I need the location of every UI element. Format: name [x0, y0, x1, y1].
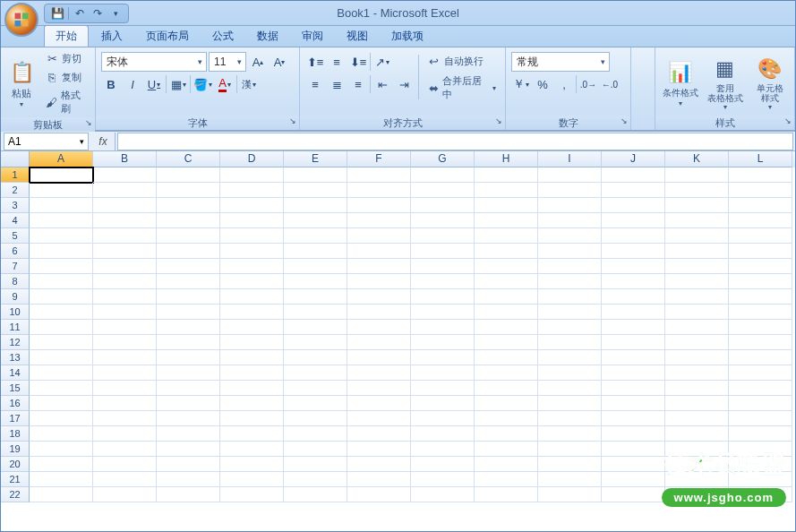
tab-view[interactable]: 视图 — [336, 26, 379, 47]
cell[interactable] — [284, 228, 347, 244]
font-color-button[interactable]: A — [215, 74, 235, 94]
cell[interactable] — [347, 442, 411, 457]
cell[interactable] — [157, 289, 220, 305]
column-header[interactable]: K — [665, 151, 729, 167]
cell[interactable] — [220, 381, 284, 396]
cell[interactable] — [30, 426, 93, 442]
cell[interactable] — [220, 183, 284, 198]
decrease-decimal-button[interactable]: ←.0 — [600, 74, 620, 94]
cell[interactable] — [665, 244, 729, 259]
cell[interactable] — [729, 183, 792, 198]
cell[interactable] — [665, 289, 729, 305]
column-header[interactable]: G — [411, 151, 475, 167]
cell[interactable] — [538, 305, 602, 320]
row-header[interactable]: 1 — [1, 167, 30, 183]
cell[interactable] — [665, 426, 729, 442]
cell[interactable] — [93, 167, 157, 183]
cell[interactable] — [220, 442, 284, 457]
cell[interactable] — [665, 305, 729, 320]
cell[interactable] — [475, 244, 538, 259]
comma-style-button[interactable]: , — [554, 74, 574, 94]
cell[interactable] — [347, 228, 411, 244]
cell[interactable] — [411, 472, 475, 487]
cell[interactable] — [729, 167, 792, 183]
cell[interactable] — [347, 396, 411, 411]
cell[interactable] — [475, 426, 538, 442]
column-header[interactable]: B — [93, 151, 157, 167]
cell[interactable] — [93, 350, 157, 365]
cell[interactable] — [220, 259, 284, 274]
cell[interactable] — [284, 213, 347, 228]
cell[interactable] — [411, 381, 475, 396]
accounting-format-button[interactable]: ￥ — [511, 74, 531, 94]
row-header[interactable]: 3 — [1, 198, 30, 213]
cell[interactable] — [411, 198, 475, 213]
italic-button[interactable]: I — [123, 74, 142, 94]
cell[interactable] — [538, 274, 602, 289]
cell[interactable] — [475, 365, 538, 381]
align-bottom-button[interactable]: ⬇≡ — [348, 52, 368, 72]
cell[interactable] — [538, 487, 602, 502]
cell[interactable] — [30, 167, 93, 183]
cell[interactable] — [93, 213, 157, 228]
cell[interactable] — [411, 457, 475, 472]
cell[interactable] — [220, 228, 284, 244]
cell[interactable] — [475, 350, 538, 365]
cell[interactable] — [220, 213, 284, 228]
font-size-combo[interactable]: 11▾ — [209, 52, 246, 72]
column-header[interactable]: C — [157, 151, 220, 167]
cell[interactable] — [220, 457, 284, 472]
cell[interactable] — [602, 228, 665, 244]
tab-addins[interactable]: 加载项 — [381, 26, 434, 47]
cell[interactable] — [157, 472, 220, 487]
cell[interactable] — [729, 305, 792, 320]
cell[interactable] — [475, 472, 538, 487]
cell[interactable] — [220, 305, 284, 320]
cell[interactable] — [284, 335, 347, 350]
cell[interactable] — [157, 350, 220, 365]
cell[interactable] — [284, 472, 347, 487]
align-middle-button[interactable]: ≡ — [327, 52, 347, 72]
align-top-button[interactable]: ⬆≡ — [305, 52, 325, 72]
cell[interactable] — [411, 274, 475, 289]
cell[interactable] — [665, 365, 729, 381]
cell[interactable] — [30, 213, 93, 228]
cell[interactable] — [538, 396, 602, 411]
cell[interactable] — [729, 274, 792, 289]
row-header[interactable]: 13 — [1, 350, 30, 365]
cell[interactable] — [538, 244, 602, 259]
cell[interactable] — [284, 259, 347, 274]
cell[interactable] — [602, 198, 665, 213]
row-header[interactable]: 4 — [1, 213, 30, 228]
cell[interactable] — [602, 350, 665, 365]
underline-button[interactable]: U — [144, 74, 164, 94]
tab-page-layout[interactable]: 页面布局 — [135, 26, 200, 47]
cell[interactable] — [157, 487, 220, 502]
cell[interactable] — [284, 365, 347, 381]
cell[interactable] — [347, 472, 411, 487]
cell[interactable] — [93, 396, 157, 411]
cell[interactable] — [602, 289, 665, 305]
cell[interactable] — [284, 305, 347, 320]
cell[interactable] — [538, 259, 602, 274]
cell[interactable] — [602, 411, 665, 426]
conditional-formatting-button[interactable]: 📊 条件格式▾ — [659, 49, 701, 116]
cell[interactable] — [93, 244, 157, 259]
row-header[interactable]: 15 — [1, 381, 30, 396]
row-header[interactable]: 16 — [1, 396, 30, 411]
cell[interactable] — [93, 259, 157, 274]
cell[interactable] — [475, 305, 538, 320]
cell[interactable] — [30, 365, 93, 381]
cell[interactable] — [284, 487, 347, 502]
cell[interactable] — [157, 228, 220, 244]
cell[interactable] — [665, 396, 729, 411]
column-header[interactable]: E — [284, 151, 347, 167]
cell[interactable] — [665, 183, 729, 198]
cell[interactable] — [602, 396, 665, 411]
column-header[interactable]: I — [538, 151, 602, 167]
cell[interactable] — [30, 228, 93, 244]
cell[interactable] — [30, 198, 93, 213]
cell[interactable] — [30, 183, 93, 198]
cell[interactable] — [93, 457, 157, 472]
cell[interactable] — [538, 426, 602, 442]
